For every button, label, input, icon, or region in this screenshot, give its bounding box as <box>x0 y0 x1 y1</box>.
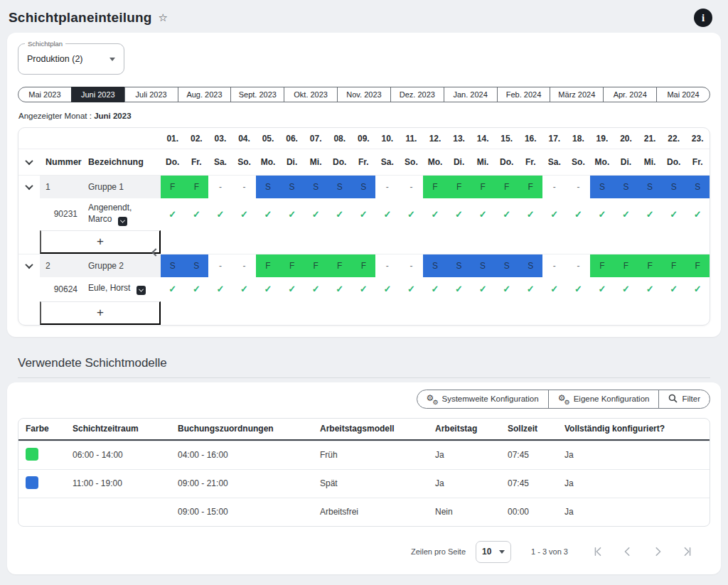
shift-cell[interactable]: F <box>685 254 710 277</box>
shift-cell[interactable]: S <box>614 176 638 198</box>
shift-cell[interactable]: F <box>471 176 495 198</box>
shift-cell[interactable]: F <box>614 254 638 277</box>
shift-cell[interactable]: S <box>328 176 352 198</box>
group-expand-button[interactable] <box>18 176 40 198</box>
confirmation-cell[interactable]: ✓ <box>518 198 542 230</box>
collapse-panel-button[interactable] <box>149 244 163 261</box>
confirmation-cell[interactable]: ✓ <box>256 277 280 301</box>
collapse-all-button[interactable] <box>18 149 40 175</box>
shift-cell[interactable]: - <box>232 254 257 277</box>
shift-cell[interactable]: F <box>662 254 686 277</box>
info-button[interactable]: i <box>694 9 712 27</box>
rows-per-page-select[interactable]: 10 <box>476 541 511 563</box>
shift-cell[interactable]: - <box>400 176 424 198</box>
shift-cell[interactable]: F <box>280 254 304 277</box>
employee-menu-button[interactable] <box>136 286 146 295</box>
shift-cell[interactable]: F <box>638 254 662 277</box>
shift-cell[interactable]: - <box>542 254 567 277</box>
group-expand-button[interactable] <box>18 254 40 277</box>
shift-cell[interactable]: S <box>304 176 328 198</box>
shift-cell[interactable]: S <box>685 176 710 198</box>
confirmation-cell[interactable]: ✓ <box>256 198 280 230</box>
confirmation-cell[interactable]: ✓ <box>352 198 376 230</box>
month-tab[interactable]: Aug. 2023 <box>178 87 232 102</box>
eigene-konfiguration-button[interactable]: ⚙⚙ Eigene Konfiguration <box>548 390 660 409</box>
confirmation-cell[interactable]: ✓ <box>542 198 567 230</box>
shift-cell[interactable]: F <box>256 254 280 277</box>
confirmation-cell[interactable]: ✓ <box>614 198 638 230</box>
confirmation-cell[interactable]: ✓ <box>590 277 614 301</box>
shift-cell[interactable]: F <box>328 254 352 277</box>
shift-cell[interactable]: - <box>375 176 400 198</box>
month-tab[interactable]: Mai 2023 <box>18 87 72 102</box>
shift-cell[interactable]: F <box>447 176 471 198</box>
add-employee-button[interactable]: + <box>40 301 161 325</box>
shift-cell[interactable]: - <box>375 254 400 277</box>
confirmation-cell[interactable]: ✓ <box>375 198 400 230</box>
confirmation-cell[interactable]: ✓ <box>161 198 185 230</box>
confirmation-cell[interactable]: ✓ <box>185 277 209 301</box>
shift-cell[interactable]: - <box>208 254 232 277</box>
confirmation-cell[interactable]: ✓ <box>400 198 424 230</box>
confirmation-cell[interactable]: ✓ <box>280 198 304 230</box>
favorite-star-icon[interactable]: ☆ <box>159 11 168 24</box>
shift-cell[interactable]: - <box>542 176 567 198</box>
confirmation-cell[interactable]: ✓ <box>375 277 400 301</box>
add-employee-button[interactable]: + <box>40 230 161 254</box>
confirmation-cell[interactable]: ✓ <box>208 277 232 301</box>
shift-cell[interactable]: S <box>161 254 185 277</box>
previous-page-button[interactable] <box>618 546 638 557</box>
confirmation-cell[interactable]: ✓ <box>662 198 686 230</box>
confirmation-cell[interactable]: ✓ <box>495 198 519 230</box>
month-tab[interactable]: Sept. 2023 <box>230 87 284 102</box>
systemweite-konfiguration-button[interactable]: ⚙⚙ Systemweite Konfiguration <box>417 390 549 409</box>
confirmation-cell[interactable]: ✓ <box>518 277 542 301</box>
shift-cell[interactable]: - <box>567 176 591 198</box>
last-page-button[interactable] <box>678 546 697 557</box>
confirmation-cell[interactable]: ✓ <box>423 198 447 230</box>
month-tab[interactable]: Apr. 2024 <box>603 87 657 102</box>
shift-cell[interactable]: S <box>352 176 376 198</box>
confirmation-cell[interactable]: ✓ <box>161 277 185 301</box>
confirmation-cell[interactable]: ✓ <box>614 277 638 301</box>
confirmation-cell[interactable]: ✓ <box>232 198 257 230</box>
filter-button[interactable]: Filter <box>658 390 710 409</box>
confirmation-cell[interactable]: ✓ <box>280 277 304 301</box>
month-tab[interactable]: Juli 2023 <box>124 87 178 102</box>
confirmation-cell[interactable]: ✓ <box>685 198 710 230</box>
confirmation-cell[interactable]: ✓ <box>638 198 662 230</box>
confirmation-cell[interactable]: ✓ <box>304 198 328 230</box>
shift-cell[interactable]: F <box>495 176 519 198</box>
shift-cell[interactable]: S <box>423 254 447 277</box>
month-tab[interactable]: Jan. 2024 <box>444 87 498 102</box>
confirmation-cell[interactable]: ✓ <box>447 277 471 301</box>
month-tab[interactable]: Feb. 2024 <box>497 87 551 102</box>
shift-cell[interactable]: - <box>208 176 232 198</box>
shift-cell[interactable]: F <box>423 176 447 198</box>
confirmation-cell[interactable]: ✓ <box>638 277 662 301</box>
confirmation-cell[interactable]: ✓ <box>185 198 209 230</box>
shift-cell[interactable]: F <box>185 176 209 198</box>
confirmation-cell[interactable]: ✓ <box>567 277 591 301</box>
confirmation-cell[interactable]: ✓ <box>423 277 447 301</box>
confirmation-cell[interactable]: ✓ <box>567 198 591 230</box>
confirmation-cell[interactable]: ✓ <box>447 198 471 230</box>
first-page-button[interactable] <box>588 546 608 557</box>
shift-cell[interactable]: - <box>232 176 257 198</box>
confirmation-cell[interactable]: ✓ <box>590 198 614 230</box>
shift-cell[interactable]: S <box>590 176 614 198</box>
month-tab[interactable]: Mai 2024 <box>656 87 710 102</box>
shift-cell[interactable]: S <box>495 254 519 277</box>
shift-cell[interactable]: F <box>518 176 542 198</box>
confirmation-cell[interactable]: ✓ <box>328 277 352 301</box>
month-tab[interactable]: Nov. 2023 <box>337 87 391 102</box>
shift-cell[interactable]: S <box>518 254 542 277</box>
confirmation-cell[interactable]: ✓ <box>352 277 376 301</box>
confirmation-cell[interactable]: ✓ <box>471 198 495 230</box>
shift-cell[interactable]: F <box>352 254 376 277</box>
shift-cell[interactable]: S <box>185 254 209 277</box>
shift-cell[interactable]: F <box>590 254 614 277</box>
confirmation-cell[interactable]: ✓ <box>328 198 352 230</box>
schichtplan-select[interactable]: Schichtplan Produktion (2) <box>18 43 124 75</box>
shift-cell[interactable]: S <box>447 254 471 277</box>
